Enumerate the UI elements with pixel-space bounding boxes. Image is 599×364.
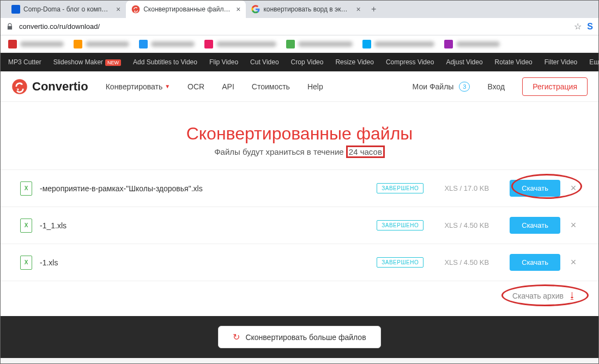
download-archive-link[interactable]: Скачать архив ⭳ [512, 291, 577, 301]
logo[interactable]: Convertio [11, 78, 88, 95]
status-badge: ЗАВЕРШЕНО [377, 183, 423, 193]
address-bar: convertio.co/ru/download/ ☆ S [1, 18, 598, 35]
page-title-section: Сконвертированные файлы Файлы будут хран… [1, 102, 598, 169]
nav-myfiles[interactable]: Мои Файлы3 [413, 82, 470, 92]
footer-bar: ↻ Сконвертировать больше файлов [1, 316, 598, 358]
file-name: -1.xls [40, 258, 369, 267]
new-badge: NEW [105, 59, 121, 66]
nav-api[interactable]: API [222, 82, 234, 91]
file-row: -1_1.xls ЗАВЕРШЕНО XLS / 4.50 KB Скачать… [1, 207, 598, 244]
nav-resizevideo[interactable]: Resize Video [335, 58, 374, 66]
bookmark-item[interactable] [362, 40, 434, 48]
nav-filtervideo[interactable]: Filter Video [544, 58, 577, 66]
bookmark-item[interactable] [139, 40, 195, 48]
page-title: Сконвертированные файлы [1, 124, 598, 144]
file-row: -1.xls ЗАВЕРШЕНО XLS / 4.50 KB Скачать × [1, 244, 598, 281]
favicon-google [251, 5, 260, 14]
bookmark-item[interactable] [444, 40, 500, 48]
close-tab-icon[interactable]: × [356, 5, 360, 14]
remove-file-icon[interactable]: × [568, 183, 579, 194]
highlight-box: 24 часов [346, 145, 385, 158]
bookmark-item[interactable] [74, 40, 129, 48]
nav-pricing[interactable]: Стоимость [252, 82, 290, 91]
chevron-down-icon: ▼ [165, 83, 170, 89]
refresh-icon: ↻ [233, 332, 240, 342]
nav-flipvideo[interactable]: Flip Video [209, 58, 238, 66]
bookmark-item[interactable] [204, 40, 276, 48]
file-name: -1_1.xls [40, 221, 369, 230]
nav-cropvideo[interactable]: Crop Video [291, 58, 324, 66]
nav-help[interactable]: Help [307, 82, 323, 91]
new-tab-button[interactable]: + [366, 2, 382, 17]
file-meta: XLS / 17.0 KB [431, 184, 502, 192]
url-text[interactable]: convertio.co/ru/download/ [19, 22, 574, 31]
bookmark-item[interactable] [286, 40, 353, 48]
files-count-badge: 3 [459, 82, 470, 92]
nav-rotatevideo[interactable]: Rotate Video [495, 58, 533, 66]
nav-more[interactable]: Ещё ▾ [589, 58, 599, 66]
close-tab-icon[interactable]: × [116, 5, 120, 14]
register-button[interactable]: Регистрация [522, 77, 588, 96]
close-tab-icon[interactable]: × [236, 5, 240, 14]
browser-tab-active[interactable]: Сконвертированные файлы — × [126, 1, 246, 18]
bookmark-item[interactable] [8, 40, 64, 48]
browser-tabs: Comp-Doma - блог о компьюте × Сконвертир… [1, 1, 598, 18]
remove-file-icon[interactable]: × [568, 257, 579, 268]
xls-file-icon [20, 181, 32, 196]
logo-text: Convertio [32, 80, 88, 94]
download-button[interactable]: Скачать [510, 254, 560, 271]
top-dark-nav: MP3 Cutter Slideshow MakerNEW Add Subtit… [1, 53, 598, 71]
download-icon: ⭳ [568, 291, 577, 301]
xls-file-icon [20, 219, 32, 233]
logo-icon [11, 78, 28, 95]
tab-title: конвертировать ворд в эксель [263, 5, 350, 13]
files-list: -мероприятие-в-рамках-"Школы-здоровья".x… [1, 169, 598, 281]
convert-more-button[interactable]: ↻ Сконвертировать больше файлов [218, 326, 380, 348]
browser-tab[interactable]: Comp-Doma - блог о компьюте × [6, 1, 126, 18]
nav-adjustvideo[interactable]: Adjust Video [446, 58, 482, 66]
status-badge: ЗАВЕРШЕНО [377, 220, 423, 230]
browser-tab[interactable]: конвертировать ворд в эксель × [246, 1, 366, 18]
page-subtitle: Файлы будут храниться в течение 24 часов [1, 147, 598, 156]
nav-login[interactable]: Вход [487, 82, 505, 91]
file-row: -мероприятие-в-рамках-"Школы-здоровья".x… [1, 169, 598, 207]
nav-compressvideo[interactable]: Compress Video [386, 58, 434, 66]
tab-title: Comp-Doma - блог о компьюте [23, 5, 111, 13]
nav-convert[interactable]: Конвертировать ▼ [106, 82, 170, 91]
bookmarks-bar [1, 35, 598, 53]
site-header: Convertio Конвертировать ▼ OCR API Стоим… [1, 71, 598, 102]
lock-icon [6, 23, 14, 31]
bookmark-star-icon[interactable]: ☆ [574, 21, 582, 32]
nav-cutvideo[interactable]: Cut Video [250, 58, 279, 66]
tab-title: Сконвертированные файлы — [143, 5, 231, 13]
nav-mp3cutter[interactable]: MP3 Cutter [8, 58, 41, 66]
download-button[interactable]: Скачать [510, 217, 560, 234]
file-meta: XLS / 4.50 KB [431, 258, 502, 266]
nav-ocr[interactable]: OCR [187, 82, 204, 91]
extension-icon[interactable]: S [587, 22, 593, 32]
favicon-convertio [131, 5, 140, 14]
xls-file-icon [20, 256, 32, 270]
file-meta: XLS / 4.50 KB [431, 221, 502, 229]
status-badge: ЗАВЕРШЕНО [377, 257, 423, 268]
remove-file-icon[interactable]: × [568, 220, 579, 231]
nav-slideshowmaker[interactable]: Slideshow MakerNEW [53, 58, 121, 66]
download-button[interactable]: Скачать [510, 180, 560, 197]
favicon-compdoma [11, 5, 20, 14]
nav-addsubtitles[interactable]: Add Subtitles to Video [133, 58, 197, 66]
file-name: -мероприятие-в-рамках-"Школы-здоровья".x… [40, 184, 369, 193]
archive-row: Скачать архив ⭳ [1, 281, 598, 316]
